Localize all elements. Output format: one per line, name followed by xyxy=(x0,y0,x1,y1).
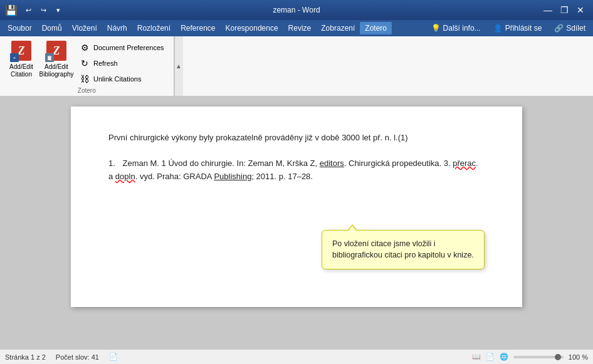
view-button-read[interactable]: 📖 xyxy=(472,353,481,361)
add-citation-icon: Z + xyxy=(10,39,33,62)
unlink-citations-label: Unlink Citations xyxy=(93,75,141,83)
unlink-citations-button[interactable]: ⛓ Unlink Citations xyxy=(75,71,169,86)
refresh-label: Refresh xyxy=(93,60,118,67)
gear-icon: ⚙ xyxy=(80,43,90,53)
add-bibliography-icon: Z 📋 xyxy=(45,39,68,62)
ribbon: Z + Add/EditCitation Z 📋 Add/EditBibliog… xyxy=(0,36,593,96)
view-button-web[interactable]: 🌐 xyxy=(500,353,508,361)
user-icon: 👤 xyxy=(493,24,503,33)
word-count: Počet slov: 41 xyxy=(56,353,99,361)
document-paragraph: První chirurgické výkony byly prokazatel… xyxy=(108,132,485,145)
add-edit-bibliography-button[interactable]: Z 📋 Add/EditBibliography xyxy=(40,38,73,80)
menu-domu[interactable]: Domů xyxy=(37,22,67,34)
menu-reference[interactable]: Reference xyxy=(176,22,220,34)
prihlasit-button[interactable]: 👤 Přihlásit se xyxy=(488,22,547,34)
refresh-icon: ↻ xyxy=(80,58,90,68)
lightbulb-icon: 💡 xyxy=(431,24,441,33)
dalsi-info-label: Další info... xyxy=(443,24,481,33)
document-page[interactable]: První chirurgické výkony byly prokazatel… xyxy=(71,107,522,307)
refresh-button[interactable]: ↻ Refresh xyxy=(75,56,169,71)
ref-number-1: 1. xyxy=(108,159,115,168)
zotero-ribbon-group: Z + Add/EditCitation Z 📋 Add/EditBibliog… xyxy=(0,36,174,96)
sdilet-button[interactable]: 🔗 Sdílet xyxy=(549,22,590,34)
ref-dopln: dopln xyxy=(115,172,135,181)
ribbon-collapse-button[interactable]: ▲ xyxy=(174,36,183,96)
menu-zobrazeni[interactable]: Zobrazení xyxy=(316,22,360,34)
document-area: První chirurgické výkony byly prokazatel… xyxy=(0,96,593,349)
prihlasit-label: Přihlásit se xyxy=(505,24,542,33)
page-info: Stránka 1 z 2 xyxy=(5,353,46,361)
add-citation-label: Add/EditCitation xyxy=(9,63,33,78)
menu-bar: Soubor Domů Vložení Návrh Rozložení Refe… xyxy=(0,20,593,36)
tooltip-text: Po vložení citace jsme vložili i bibliog… xyxy=(332,239,474,260)
menu-right: 💡 Další info... 👤 Přihlásit se 🔗 Sdílet xyxy=(426,22,590,34)
redo-button[interactable]: ↪ xyxy=(36,3,50,17)
ref-editors: editors xyxy=(320,159,344,168)
document-preferences-label: Document Preferences xyxy=(93,44,164,51)
collapse-icon: ▲ xyxy=(176,63,182,70)
menu-soubor[interactable]: Soubor xyxy=(3,22,37,34)
doc-background: První chirurgické výkony byly prokazatel… xyxy=(0,96,593,349)
title-bar: 💾 ↩ ↪ ▾ zeman - Word — ❐ ✕ xyxy=(0,0,593,20)
reference-item-1: 1. Zeman M. 1 Úvod do chirurgie. In: Zem… xyxy=(108,157,485,184)
undo-button[interactable]: ↩ xyxy=(21,3,35,17)
zoom-level: 100 % xyxy=(569,353,588,361)
quick-access-toolbar: ↩ ↪ ▾ xyxy=(21,3,65,17)
status-right: 📖 📄 🌐 100 % xyxy=(472,353,588,361)
menu-zotero[interactable]: Zotero xyxy=(360,22,392,34)
dalsi-info-button[interactable]: 💡 Další info... xyxy=(426,22,486,34)
layout-icon[interactable]: 📄 xyxy=(109,353,118,361)
zoom-slider[interactable] xyxy=(513,356,564,358)
zotero-group-label: Zotero xyxy=(0,87,174,94)
menu-korespondence[interactable]: Korespondence xyxy=(221,22,283,34)
minimize-button[interactable]: — xyxy=(540,3,555,18)
window-title: zeman - Word xyxy=(0,6,593,14)
menu-navrh[interactable]: Návrh xyxy=(102,22,132,34)
ref-text-1: Zeman M. 1 Úvod do chirurgie. In: Zeman … xyxy=(108,159,478,181)
menu-revize[interactable]: Revize xyxy=(283,22,317,34)
add-edit-citation-button[interactable]: Z + Add/EditCitation xyxy=(5,38,38,80)
close-button[interactable]: ✕ xyxy=(573,3,588,18)
menu-vlozeni[interactable]: Vložení xyxy=(67,22,102,34)
view-button-print[interactable]: 📄 xyxy=(486,353,495,361)
status-bar: Stránka 1 z 2 Počet slov: 41 📄 📖 📄 🌐 100… xyxy=(0,349,593,364)
sdilet-label: Sdílet xyxy=(566,24,585,33)
reference-list: 1. Zeman M. 1 Úvod do chirurgie. In: Zem… xyxy=(108,157,485,184)
ref-publishing: Publishing xyxy=(214,172,251,181)
document-preferences-button[interactable]: ⚙ Document Preferences xyxy=(75,40,169,55)
unlink-icon: ⛓ xyxy=(80,74,90,84)
tooltip-bubble: Po vložení citace jsme vložili i bibliog… xyxy=(322,230,485,270)
restore-button[interactable]: ❐ xyxy=(557,3,572,18)
ref-prerac: přerac xyxy=(453,159,476,168)
ribbon-small-buttons: ⚙ Document Preferences ↻ Refresh ⛓ Unlin… xyxy=(75,38,169,86)
word-icon: 💾 xyxy=(5,4,18,16)
window-controls: — ❐ ✕ xyxy=(540,3,588,18)
title-bar-left: 💾 ↩ ↪ ▾ xyxy=(5,3,65,17)
customize-button[interactable]: ▾ xyxy=(51,3,65,17)
zoom-thumb xyxy=(555,354,561,360)
share-icon: 🔗 xyxy=(554,24,564,33)
menu-rozlozeni[interactable]: Rozložení xyxy=(132,22,176,34)
add-bibliography-label: Add/EditBibliography xyxy=(39,63,73,78)
